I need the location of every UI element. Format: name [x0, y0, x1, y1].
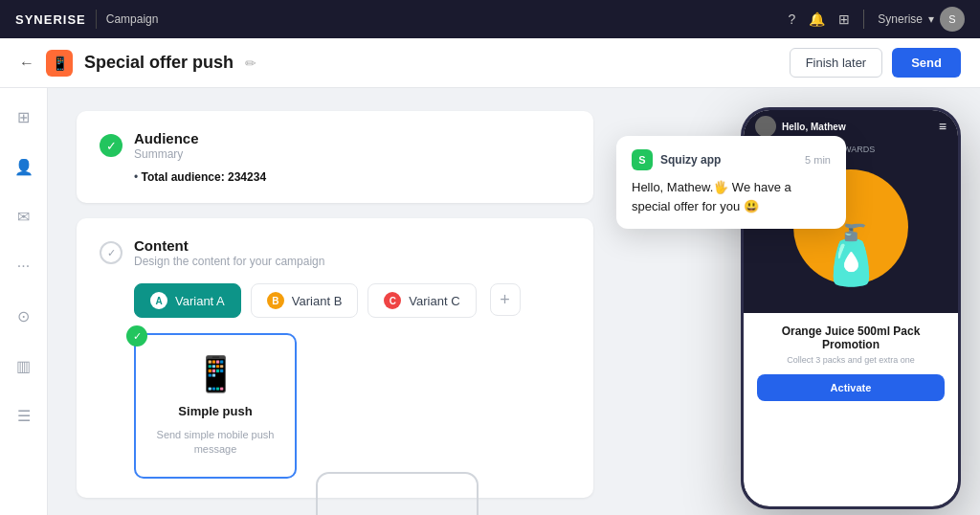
content-card-subtitle: Design the content for your campaign	[134, 255, 324, 268]
main-layout: ⊞ 👤 ✉ ··· ⊙ ▥ ☰ ✓ Audience Summary • Tot…	[0, 88, 980, 515]
phone-outline-hint	[316, 472, 479, 515]
variant-c-label: Variant C	[409, 294, 459, 308]
audience-card-title: Audience	[134, 130, 199, 146]
promo-title: Orange Juice 500ml Pack Promotion	[757, 325, 945, 351]
top-navigation: SYNERISE Campaign ? 🔔 ⊞ Synerise ▾ S	[0, 0, 980, 38]
finish-later-button[interactable]: Finish later	[790, 48, 883, 78]
variant-c-dot: C	[384, 292, 401, 309]
variant-tab-b[interactable]: B Variant B	[251, 283, 359, 318]
notification-app-name: Squizy app	[660, 153, 721, 167]
nav-separator	[863, 10, 864, 29]
push-card-check-icon: ✓	[126, 325, 147, 347]
push-card-description: Send simple mobile push message	[155, 428, 276, 458]
push-card-label: Simple push	[178, 404, 252, 418]
simple-push-card[interactable]: ✓ 📱 Simple push Send simple mobile push …	[134, 333, 297, 479]
phone-avatar	[755, 116, 776, 137]
campaign-title: Special offer push	[84, 53, 234, 72]
sidebar-icon-user[interactable]: 👤	[9, 151, 39, 182]
notification-popup: S Squizy app 5 min Hello, Mathew.🖐 We ha…	[616, 136, 846, 229]
nav-divider	[96, 10, 97, 29]
phone-preview-area: S Squizy app 5 min Hello, Mathew.🖐 We ha…	[741, 98, 961, 513]
user-name: Synerise	[878, 12, 923, 26]
bell-icon[interactable]: 🔔	[809, 11, 825, 27]
grid-icon[interactable]: ⊞	[838, 11, 850, 27]
logo: SYNERISE	[15, 12, 86, 27]
sidebar-icon-circle[interactable]: ⊙	[9, 301, 39, 331]
content-card-title: Content	[134, 237, 324, 254]
back-button[interactable]: ←	[19, 55, 34, 72]
sidebar-icon-chart[interactable]: ▥	[9, 350, 39, 381]
send-button[interactable]: Send	[892, 48, 961, 78]
variant-tabs: A Variant A B Variant B C Variant C +	[134, 283, 570, 318]
left-sidebar: ⊞ 👤 ✉ ··· ⊙ ▥ ☰	[0, 88, 48, 515]
phone-greeting: Hello, Mathew	[782, 122, 846, 132]
audience-card: ✓ Audience Summary • Total audience: 234…	[77, 111, 593, 203]
promo-description: Collect 3 packs and get extra one	[757, 355, 945, 365]
edit-title-icon[interactable]: ✏	[245, 56, 256, 71]
audience-check-icon: ✓	[100, 134, 122, 157]
push-phone-icon: 📱	[194, 354, 237, 394]
sidebar-icon-list[interactable]: ☰	[9, 400, 39, 431]
notification-app-icon: S	[632, 149, 653, 170]
phone-user-name: Mathew	[811, 122, 846, 132]
variant-tab-c[interactable]: C Variant C	[368, 283, 476, 318]
campaign-type-icon: 📱	[46, 50, 73, 77]
audience-detail: • Total audience: 234234	[134, 170, 570, 184]
content-check-icon: ✓	[100, 241, 122, 264]
audience-card-subtitle: Summary	[134, 147, 199, 161]
chevron-down-icon: ▾	[928, 12, 934, 26]
phone-menu-icon: ≡	[939, 119, 947, 134]
juice-bottle-icon: 🧴	[815, 227, 887, 294]
variant-b-dot: B	[267, 292, 284, 309]
promo-details: Orange Juice 500ml Pack Promotion Collec…	[744, 313, 958, 411]
variant-a-dot: A	[150, 292, 167, 309]
campaign-toolbar: ← 📱 Special offer push ✏ Finish later Se…	[0, 38, 980, 88]
add-variant-button[interactable]: +	[490, 283, 521, 316]
avatar: S	[940, 7, 965, 32]
notification-message: Hello, Mathew.🖐 We have a special offer …	[632, 178, 831, 215]
audience-count: 234234	[228, 170, 266, 184]
help-icon[interactable]: ?	[789, 11, 796, 27]
notification-time: 5 min	[805, 154, 831, 166]
sidebar-icon-grid[interactable]: ⊞	[9, 101, 39, 132]
content-card: ✓ Content Design the content for your ca…	[77, 218, 593, 498]
variant-a-label: Variant A	[175, 294, 225, 308]
sidebar-icon-dots[interactable]: ···	[9, 251, 39, 281]
sidebar-icon-mail[interactable]: ✉	[9, 201, 39, 232]
activate-button[interactable]: Activate	[757, 374, 945, 401]
nav-section-label: Campaign	[106, 12, 159, 26]
variant-tab-a[interactable]: A Variant A	[134, 283, 241, 318]
user-menu[interactable]: Synerise ▾ S	[878, 7, 965, 32]
variant-b-label: Variant B	[292, 294, 343, 308]
audience-label: Total audience:	[142, 170, 225, 184]
main-content: ✓ Audience Summary • Total audience: 234…	[48, 88, 980, 515]
